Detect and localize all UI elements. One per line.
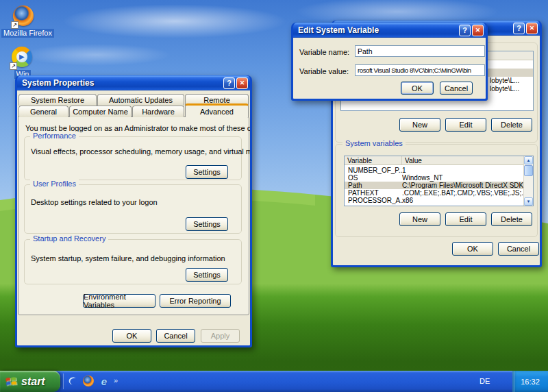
- system-properties-body: System Restore Automatic Updates Remote …: [17, 90, 250, 345]
- user-profiles-group-label: User Profiles: [30, 180, 79, 188]
- quick-launch-firefox-icon[interactable]: [82, 374, 95, 388]
- language-indicator[interactable]: DE: [480, 377, 490, 385]
- tab-automatic-updates[interactable]: Automatic Updates: [97, 94, 184, 106]
- scroll-thumb[interactable]: [524, 165, 533, 176]
- performance-group-label: Performance: [30, 132, 79, 140]
- system-variable-row[interactable]: PATHEXT .COM;.EXE;.BAT;.CMD;.VBS;.VBE;.J…: [345, 189, 523, 197]
- system-variable-row[interactable]: PROCESSOR_A... x86: [345, 197, 523, 204]
- user-profiles-settings-button[interactable]: Settings: [186, 217, 228, 231]
- tab-general[interactable]: General: [18, 106, 68, 117]
- scroll-up-icon[interactable]: ▲: [524, 156, 533, 164]
- system-delete-button[interactable]: Delete: [491, 212, 532, 226]
- taskbar-divider: [63, 373, 64, 389]
- cancel-button[interactable]: Cancel: [156, 329, 195, 343]
- system-tray: 16:32: [512, 371, 548, 392]
- shortcut-arrow-icon: ↗: [11, 21, 18, 29]
- row-value: Windows_NT: [402, 174, 523, 182]
- tab-hardware[interactable]: Hardware: [132, 106, 184, 117]
- desktop: ↗ Mozilla Firefox ▶ ↗ Win System Propert…: [0, 0, 548, 392]
- start-label: start: [21, 376, 45, 388]
- row-variable: Path: [345, 182, 402, 189]
- startup-recovery-group-label: Startup and Recovery: [30, 234, 108, 243]
- system-variables-label: System variables: [342, 139, 406, 147]
- desktop-icon-windows-media-player[interactable]: ▶ ↗ Win: [0, 47, 45, 79]
- user-edit-button[interactable]: Edit: [445, 118, 486, 132]
- system-variables-list[interactable]: Variable Value NUMBER_OF_P... 1 OS Windo…: [344, 156, 534, 206]
- taskbar: start e » DE 16:32: [0, 371, 548, 392]
- variable-value-input[interactable]: [355, 64, 485, 76]
- scroll-down-icon[interactable]: ▼: [524, 197, 533, 206]
- column-variable[interactable]: Variable: [345, 156, 402, 164]
- window-title: System Properties: [22, 78, 222, 88]
- close-button[interactable]: ✕: [472, 25, 484, 36]
- row-variable: OS: [345, 174, 402, 182]
- error-reporting-button[interactable]: Error Reporting: [160, 294, 231, 308]
- column-value[interactable]: Value: [402, 156, 533, 164]
- tab-computer-name[interactable]: Computer Name: [69, 106, 132, 117]
- edit-system-variable-body: Variable name: Variable value: OK Cancel: [293, 38, 486, 99]
- user-delete-button[interactable]: Delete: [491, 118, 532, 132]
- tab-system-restore[interactable]: System Restore: [18, 94, 97, 106]
- startup-recovery-desc: System startup, system failure, and debu…: [31, 254, 225, 262]
- windows-logo-icon: [4, 374, 18, 389]
- scrollbar[interactable]: ▲ ▼: [523, 156, 533, 206]
- user-variable-row[interactable]: lobyte\L...: [490, 77, 519, 84]
- quick-launch-overflow-chevron[interactable]: »: [114, 376, 118, 384]
- window-title: Edit System Variable: [298, 25, 458, 35]
- system-variable-row[interactable]: OS Windows_NT: [345, 174, 523, 182]
- system-properties-titlebar[interactable]: System Properties ? ✕: [17, 75, 250, 90]
- performance-desc: Visual effects, processor scheduling, me…: [31, 147, 250, 156]
- user-variable-row[interactable]: lobyte\L...: [490, 85, 519, 93]
- cancel-button[interactable]: Cancel: [440, 82, 473, 95]
- row-value: C:\Program Files\Microsoft DirectX SDK .…: [402, 182, 523, 189]
- firefox-icon: ↗: [13, 5, 35, 27]
- help-button[interactable]: ?: [223, 77, 235, 89]
- environment-variables-button[interactable]: Environment Variables: [83, 294, 155, 308]
- edit-system-variable-titlebar[interactable]: Edit System Variable ? ✕: [293, 23, 486, 38]
- row-variable: PROCESSOR_A...: [345, 197, 402, 204]
- ok-button[interactable]: OK: [452, 242, 493, 256]
- startup-recovery-settings-button[interactable]: Settings: [186, 268, 228, 282]
- edit-system-variable-dialog: Edit System Variable ? ✕ Variable name: …: [291, 23, 488, 101]
- user-profiles-desc: Desktop settings related to your logon: [31, 198, 158, 206]
- advanced-tab-page: You must be logged on as an Administrato…: [18, 117, 249, 315]
- apply-button: Apply: [201, 329, 240, 343]
- close-button[interactable]: ✕: [526, 23, 538, 34]
- variable-name-label: Variable name:: [299, 48, 349, 56]
- ie-glyph: e: [101, 376, 107, 387]
- shortcut-arrow-icon: ↗: [10, 62, 17, 70]
- quick-launch-ie-icon[interactable]: e: [97, 374, 111, 388]
- system-edit-button[interactable]: Edit: [445, 212, 486, 226]
- close-button[interactable]: ✕: [236, 77, 248, 89]
- system-variable-row-selected[interactable]: Path C:\Program Files\Microsoft DirectX …: [345, 182, 523, 189]
- help-button[interactable]: ?: [513, 23, 525, 34]
- tab-advanced[interactable]: Advanced: [185, 103, 249, 117]
- row-variable: NUMBER_OF_P...: [345, 167, 402, 174]
- system-new-button[interactable]: New: [399, 212, 440, 226]
- system-properties-dialog: System Properties ? ✕ System Restore Aut…: [15, 75, 252, 347]
- play-icon: ▶: [19, 53, 25, 60]
- quick-launch-swoosh-icon[interactable]: [66, 374, 79, 388]
- start-button[interactable]: start: [0, 371, 60, 392]
- variable-name-input[interactable]: [355, 45, 485, 57]
- system-variables-list-header: Variable Value: [345, 156, 533, 165]
- system-variable-row[interactable]: NUMBER_OF_P... 1: [345, 167, 523, 174]
- row-value: .COM;.EXE;.BAT;.CMD;.VBS;.VBE;.JS;...: [402, 189, 523, 197]
- help-button[interactable]: ?: [459, 25, 471, 36]
- desktop-icon-mozilla-firefox[interactable]: ↗ Mozilla Firefox: [1, 5, 47, 38]
- row-value: x86: [402, 197, 523, 204]
- media-player-icon: ▶ ↗: [12, 47, 34, 69]
- variable-value-label: Variable value:: [299, 67, 349, 75]
- ok-button[interactable]: OK: [401, 82, 434, 95]
- user-new-button[interactable]: New: [399, 118, 440, 132]
- desktop-icon-label: Mozilla Firefox: [1, 29, 54, 38]
- cancel-button[interactable]: Cancel: [498, 242, 539, 256]
- row-value: 1: [402, 167, 523, 174]
- ok-button[interactable]: OK: [112, 329, 151, 343]
- row-variable: PATHEXT: [345, 189, 402, 197]
- taskbar-clock[interactable]: 16:32: [521, 378, 540, 386]
- performance-settings-button[interactable]: Settings: [186, 165, 228, 179]
